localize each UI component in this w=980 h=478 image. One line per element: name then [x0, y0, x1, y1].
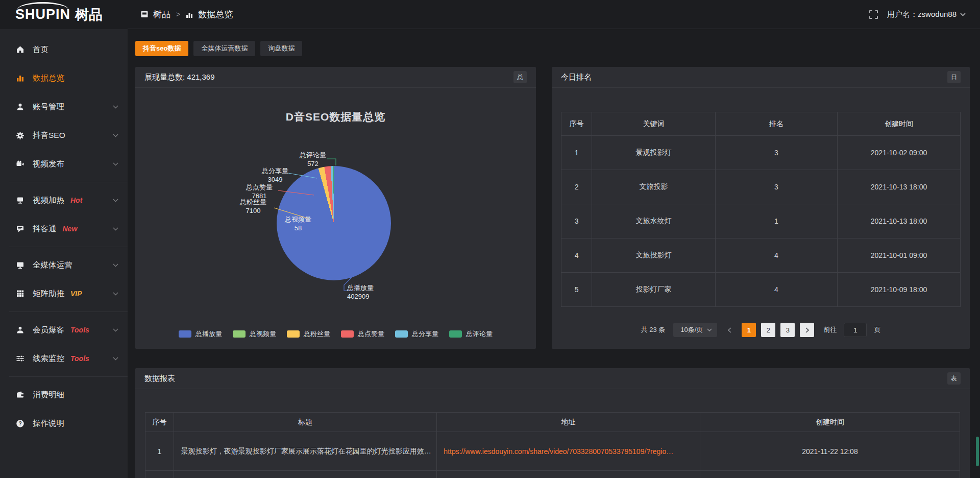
- table-row: 3文旅水纹灯12021-10-13 18:00: [561, 204, 961, 238]
- total-count-text: 共 23 条: [641, 325, 666, 334]
- chat-bubble-icon: [15, 225, 25, 233]
- gear-icon: [15, 131, 25, 140]
- col-url: 地址: [437, 413, 700, 432]
- pagination: 共 23 条 10条/页 1 2 3: [552, 323, 970, 337]
- legend-swatch: [287, 330, 300, 338]
- sidebar-item-label: 抖客通: [33, 224, 57, 234]
- table-row: 4文旅投影灯42021-10-01 09:00: [561, 238, 961, 273]
- sidebar-item-matrix-boost[interactable]: 矩阵助推 VIP: [0, 279, 128, 308]
- total-mode-button[interactable]: 总: [513, 71, 527, 83]
- sidebar-divider: [9, 182, 128, 182]
- legend-item-shares[interactable]: 总分享量: [395, 329, 438, 339]
- sidebar-item-account[interactable]: 账号管理: [0, 92, 128, 121]
- page-button-3[interactable]: 3: [780, 323, 795, 337]
- tools-badge: Tools: [70, 354, 89, 363]
- sidebar-item-label: 数据总览: [33, 73, 64, 84]
- sidebar-item-label: 操作说明: [33, 418, 64, 429]
- page-button-2[interactable]: 2: [761, 323, 775, 337]
- sidebar-item-label: 矩阵助推: [33, 289, 64, 299]
- page-size-select[interactable]: 10条/页: [673, 323, 717, 337]
- impressions-overview-panel: 展现量总数: 421,369 总 D音SEO数据量总览 总评论量572: [135, 67, 536, 349]
- report-panel-title: 数据报表: [144, 374, 175, 384]
- table-row: 2文旅投影32021-10-13 18:00: [561, 170, 961, 204]
- topbar-controls: 用户名：zswodun88: [869, 10, 966, 19]
- breadcrumb-root[interactable]: 树品: [153, 9, 170, 20]
- pie-label-shares: 总分享量3049: [252, 166, 298, 184]
- sidebar: 首页 数据总览 账号管理 抖音SEO 视频发布: [0, 29, 128, 478]
- pie-label-videos: 总视频量58: [275, 215, 321, 232]
- sidebar-item-help[interactable]: ? 操作说明: [0, 409, 128, 438]
- sidebar-item-member-burst[interactable]: 会员爆客 Tools: [0, 316, 128, 344]
- col-title: 标题: [174, 413, 437, 432]
- ranking-panel-title: 今日排名: [561, 73, 592, 82]
- table-row: 5投影灯厂家42021-10-09 18:00: [561, 273, 961, 307]
- legend-item-plays[interactable]: 总播放量: [179, 329, 222, 339]
- legend-item-likes[interactable]: 总点赞量: [341, 329, 384, 339]
- sidebar-item-video-heat[interactable]: 视频加热 Hot: [0, 186, 128, 214]
- bar-chart-icon: [15, 74, 25, 83]
- chevron-down-icon: [707, 328, 712, 331]
- sidebar-item-spend-detail[interactable]: 消费明细: [0, 380, 128, 409]
- legend-item-comments[interactable]: 总评论量: [449, 329, 493, 339]
- breadcrumb: 树品 > 数据总览: [140, 9, 233, 20]
- legend-swatch: [233, 330, 246, 338]
- hot-badge: Hot: [70, 196, 82, 204]
- ranking-table: 序号 关键词 排名 创建时间 1景观投影灯32021-10-02 09:00: [561, 112, 961, 307]
- page-button-1[interactable]: 1: [742, 323, 756, 337]
- legend-swatch: [179, 330, 191, 338]
- next-page-button[interactable]: [800, 323, 814, 337]
- sidebar-item-label: 首页: [33, 44, 48, 55]
- new-badge: New: [63, 225, 78, 233]
- tab-inquiry-data[interactable]: 询盘数据: [260, 41, 302, 56]
- chevron-right-icon: [805, 327, 809, 333]
- tab-omnimedia-data[interactable]: 全媒体运营数据: [193, 41, 255, 56]
- fullscreen-icon[interactable]: [869, 10, 878, 19]
- pie-legend: 总播放量 总视频量 总粉丝量 总点赞量 总分享量 总评论量: [135, 329, 536, 339]
- vip-badge: VIP: [70, 290, 82, 298]
- chevron-down-icon: [113, 357, 118, 361]
- pie-label-fans: 总粉丝量7100: [230, 198, 276, 215]
- sidebar-item-data-overview[interactable]: 数据总览: [0, 64, 128, 92]
- main-content: 抖音seo数据 全媒体运营数据 询盘数据 展现量总数: 421,369 总 D音…: [128, 29, 980, 478]
- wallet-icon: [15, 391, 25, 399]
- mini-bar-chart-icon: [186, 11, 193, 18]
- sidebar-item-omnimedia[interactable]: 全媒体运营: [0, 251, 128, 279]
- sidebar-item-douyin-seo[interactable]: 抖音SEO: [0, 121, 128, 150]
- chevron-down-icon: [113, 292, 118, 296]
- impressions-total-text: 展现量总数: 421,369: [144, 73, 215, 82]
- scrollbar-thumb[interactable]: [976, 437, 979, 466]
- goto-unit: 页: [874, 325, 880, 334]
- user-menu[interactable]: 用户名：zswodun88: [887, 10, 966, 19]
- table-mode-button[interactable]: 表: [947, 372, 961, 385]
- logo-text-en: SHUPIN: [15, 7, 70, 22]
- sidebar-item-label: 视频加热: [33, 195, 64, 206]
- pie-label-plays: 总播放量402909: [344, 283, 390, 301]
- sidebar-item-home[interactable]: 首页: [0, 35, 128, 64]
- chevron-down-icon: [113, 162, 118, 166]
- goto-page-input[interactable]: [844, 323, 867, 337]
- sliders-icon: [15, 354, 25, 363]
- breadcrumb-separator: >: [176, 10, 180, 18]
- chevron-down-icon: [113, 199, 118, 202]
- daily-mode-button[interactable]: 日: [947, 71, 961, 83]
- sidebar-item-doukotong[interactable]: 抖客通 New: [0, 214, 128, 243]
- topbar: SHUPIN 树品 树品 > 数据总览 用户名：zswodun88: [0, 0, 980, 29]
- sidebar-item-label: 全媒体运营: [33, 260, 72, 271]
- chevron-down-icon: [113, 134, 118, 137]
- video-url-link[interactable]: https://www.iesdouyin.com/share/video/70…: [444, 447, 673, 456]
- app-logo[interactable]: SHUPIN 树品: [0, 0, 128, 29]
- legend-item-videos[interactable]: 总视频量: [233, 329, 276, 339]
- sidebar-item-label: 视频发布: [33, 159, 64, 170]
- data-source-tabs: 抖音seo数据 全媒体运营数据 询盘数据: [135, 41, 970, 56]
- grid-icon: [15, 290, 25, 298]
- sidebar-item-video-publish[interactable]: 视频发布: [0, 150, 128, 178]
- tab-douyin-seo-data[interactable]: 抖音seo数据: [135, 41, 188, 56]
- legend-item-fans[interactable]: 总粉丝量: [287, 329, 330, 339]
- app-square-icon: [140, 10, 149, 18]
- chevron-down-icon: [960, 13, 966, 16]
- sidebar-item-lead-monitor[interactable]: 线索监控 Tools: [0, 344, 128, 373]
- chevron-down-icon: [113, 328, 118, 332]
- prev-page-button[interactable]: [722, 323, 737, 337]
- legend-swatch: [395, 330, 408, 338]
- table-row: 1景观投影灯32021-10-02 09:00: [561, 136, 961, 170]
